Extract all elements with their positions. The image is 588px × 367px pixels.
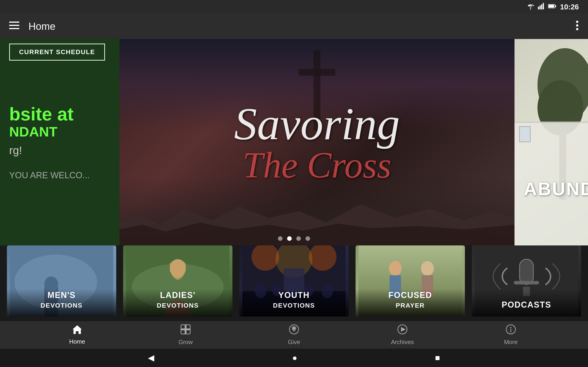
slide-left-subtext: YOU ARE WELCO... <box>9 170 90 180</box>
svg-rect-1 <box>538 7 539 9</box>
svg-point-0 <box>530 8 531 10</box>
hero-carousel[interactable]: bsite at NDANT rg! YOU ARE WELCO... <box>0 39 588 245</box>
app-bar: Home <box>0 14 588 39</box>
svg-point-41 <box>421 261 434 276</box>
carousel-slide-right: ABUND <box>515 39 588 245</box>
card-podcasts-title: PODCASTS <box>476 300 577 310</box>
church-image: ABUND <box>515 39 588 245</box>
carousel-dot-1[interactable] <box>278 236 283 241</box>
svg-point-52 <box>293 327 295 329</box>
battery-icon <box>548 3 556 10</box>
svg-point-12 <box>576 24 578 27</box>
svg-rect-10 <box>9 28 19 29</box>
card-ladies-devotions[interactable]: LADIES'DEVOTIONS <box>123 245 233 317</box>
nav-item-home[interactable]: Home <box>60 325 95 345</box>
svg-rect-15 <box>299 69 335 76</box>
carousel-dots <box>278 236 310 241</box>
svg-point-39 <box>389 261 402 276</box>
svg-rect-47 <box>514 281 539 284</box>
slide-left-text2: NDANT <box>9 124 57 140</box>
carousel-dot-3[interactable] <box>296 236 301 241</box>
church-window <box>519 126 531 142</box>
carousel-slide-left: bsite at NDANT rg! YOU ARE WELCO... <box>0 39 120 245</box>
nav-label-more: More <box>504 339 518 346</box>
svg-rect-44 <box>519 259 533 284</box>
bottom-nav: Home Grow Give <box>0 321 588 349</box>
archives-icon <box>397 324 407 337</box>
svg-rect-49 <box>181 328 190 330</box>
card-mens-devotions[interactable]: MEN'SDEVOTIONS <box>7 245 116 317</box>
svg-rect-7 <box>555 5 556 7</box>
wifi-icon <box>527 3 534 11</box>
slide-title: Savoring <box>234 101 400 147</box>
svg-rect-6 <box>548 5 554 8</box>
back-button[interactable]: ◀ <box>148 353 154 363</box>
svg-rect-36 <box>284 268 304 291</box>
card-focused-title: FOCUSEDPRAYER <box>360 290 460 310</box>
home-icon <box>72 325 82 336</box>
svg-rect-8 <box>9 22 19 23</box>
svg-marker-54 <box>401 327 406 332</box>
home-button[interactable]: ● <box>292 353 297 363</box>
overflow-menu-icon[interactable] <box>576 20 579 33</box>
card-focused-prayer[interactable]: FOCUSEDPRAYER <box>355 245 465 317</box>
nav-item-archives[interactable]: Archives <box>385 324 420 346</box>
current-schedule-button[interactable]: CURRENT SCHEDULE <box>9 44 105 60</box>
carousel-dot-2[interactable] <box>287 236 292 241</box>
card-ladies-title: LADIES'DEVOTIONS <box>128 290 228 310</box>
svg-point-13 <box>576 28 578 30</box>
nav-label-grow: Grow <box>179 339 193 346</box>
status-icons: 10:26 <box>527 3 579 11</box>
more-icon <box>506 324 516 337</box>
grow-icon <box>181 324 191 337</box>
card-youth-title: YOUTHDEVOTIONS <box>244 290 344 310</box>
main-content: CURRENT SCHEDULE bsite at NDANT rg! YOU … <box>0 39 588 321</box>
rocky-terrain <box>120 188 515 245</box>
cards-row: MEN'SDEVOTIONS LADIES'DEVOTIONS <box>0 239 588 321</box>
signal-icon <box>538 3 544 11</box>
card-mens-title: MEN'SDEVOTIONS <box>11 290 112 310</box>
svg-rect-4 <box>543 3 544 9</box>
nav-item-give[interactable]: Give <box>277 324 311 346</box>
svg-point-11 <box>576 21 578 23</box>
svg-rect-9 <box>9 25 19 26</box>
svg-point-56 <box>510 327 511 328</box>
carousel-slide-center: Savoring The Cross <box>120 39 515 245</box>
svg-rect-3 <box>541 4 542 9</box>
status-time: 10:26 <box>560 3 579 11</box>
app-title: Home <box>28 21 576 32</box>
recents-button[interactable]: ■ <box>435 353 440 363</box>
card-podcasts[interactable]: PODCASTS <box>472 245 581 317</box>
nav-label-give: Give <box>288 339 300 346</box>
hamburger-icon[interactable] <box>9 22 19 31</box>
slide-center-bg: Savoring The Cross <box>120 39 515 245</box>
slide-left-text1: bsite at <box>9 104 73 124</box>
slide-right-text: ABUND <box>524 178 588 200</box>
nav-item-grow[interactable]: Grow <box>168 324 203 346</box>
slide-subtitle: The Cross <box>234 147 400 184</box>
card-youth-devotions[interactable]: YOUTHDEVOTIONS <box>239 245 349 317</box>
carousel-dot-4[interactable] <box>305 236 310 241</box>
give-icon <box>289 324 299 337</box>
system-nav: ◀ ● ■ <box>0 349 588 367</box>
svg-rect-2 <box>540 6 541 9</box>
nav-label-archives: Archives <box>391 339 414 346</box>
status-bar: 10:26 <box>0 0 588 14</box>
nav-item-more[interactable]: More <box>493 324 528 346</box>
nav-label-home: Home <box>69 338 85 345</box>
slide-left-text3: rg! <box>9 144 22 157</box>
slide-center-text-container: Savoring The Cross <box>234 101 400 184</box>
